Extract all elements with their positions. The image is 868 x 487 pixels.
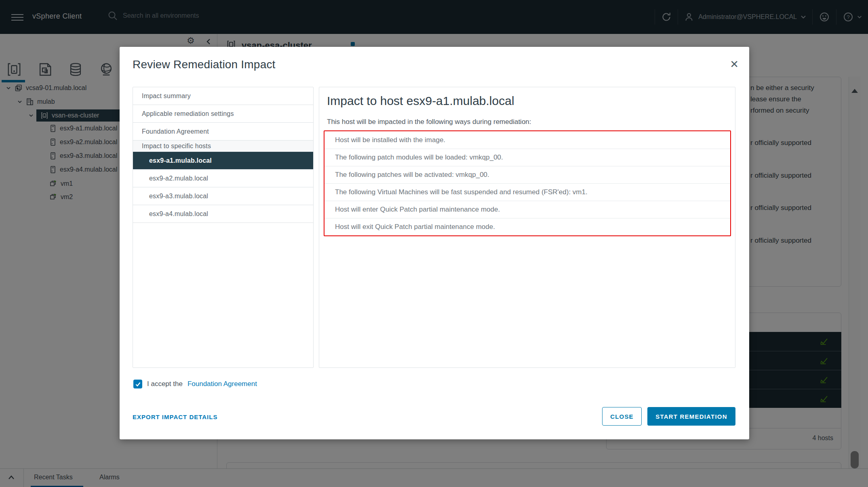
impact-list-item: The following Virtual Machines will be f… xyxy=(324,183,730,201)
impact-list-item: The following patches will be activated:… xyxy=(324,166,730,183)
nav-item-esx9-a3[interactable]: esx9-a3.mulab.local xyxy=(133,187,313,205)
export-impact-details-link[interactable]: EXPORT IMPACT DETAILS xyxy=(133,414,217,420)
nav-item-esx9-a2[interactable]: esx9-a2.mulab.local xyxy=(133,170,313,187)
impact-list-item: Host will exit Quick Patch partial maint… xyxy=(324,218,730,235)
accept-agreement-row: I accept the Foundation Agreement xyxy=(133,380,257,388)
dialog-title: Review Remediation Impact xyxy=(133,58,276,71)
accept-agreement-checkbox[interactable] xyxy=(133,380,142,388)
nav-item-foundation-agreement[interactable]: Foundation Agreement xyxy=(133,123,313,141)
vsphere-client-window: vSphere Client Search in all environment… xyxy=(0,0,868,487)
impact-list-item: Host will be installed with the image. xyxy=(324,131,730,149)
nav-item-impact-summary[interactable]: Impact summary xyxy=(133,87,313,105)
impact-nav-list: Impact summary Applicable remediation se… xyxy=(133,87,314,368)
accept-label: I accept the xyxy=(147,380,183,388)
close-button[interactable]: CLOSE xyxy=(602,407,642,426)
nav-item-applicable-remediation-settings[interactable]: Applicable remediation settings xyxy=(133,105,313,123)
foundation-agreement-link[interactable]: Foundation Agreement xyxy=(188,380,257,388)
impact-detail-panel: Impact to host esx9-a1.mulab.local This … xyxy=(319,87,735,368)
impact-list-item: Host will enter Quick Patch partial main… xyxy=(324,201,730,218)
panel-heading: Impact to host esx9-a1.mulab.local xyxy=(327,94,514,108)
impact-list: Host will be installed with the image. T… xyxy=(324,130,731,236)
panel-subheading: This host will be impacted in the follow… xyxy=(327,118,531,126)
close-icon[interactable]: ✕ xyxy=(730,59,739,69)
review-remediation-impact-dialog: Review Remediation Impact ✕ Impact summa… xyxy=(120,47,749,439)
impact-list-item: The following patch modules will be load… xyxy=(324,149,730,166)
nav-item-esx9-a4[interactable]: esx9-a4.mulab.local xyxy=(133,205,313,223)
nav-group-impact-to-specific-hosts: Impact to specific hosts xyxy=(133,141,313,152)
start-remediation-button[interactable]: START REMEDIATION xyxy=(647,407,735,426)
nav-item-esx9-a1[interactable]: esx9-a1.mulab.local xyxy=(133,152,313,170)
